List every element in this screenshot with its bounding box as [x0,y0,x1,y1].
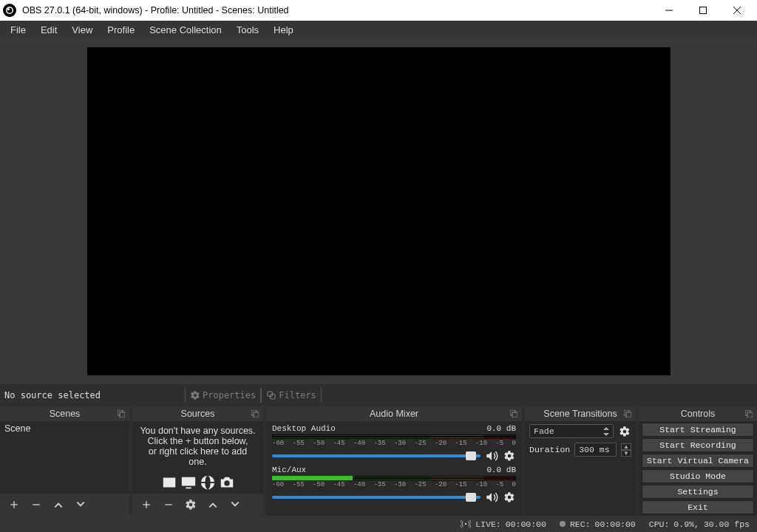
start-streaming-button[interactable]: Start Streaming [642,423,754,437]
panel-transitions-header[interactable]: Scene Transitions [525,406,636,421]
source-settings-button[interactable] [184,498,197,511]
broadcast-icon [461,519,471,529]
source-up-button[interactable] [206,498,220,511]
popout-icon[interactable] [744,409,754,419]
properties-label: Properties [203,390,256,400]
source-down-button[interactable] [228,498,242,511]
transition-select[interactable]: Fade [529,424,614,438]
close-button[interactable] [720,0,754,21]
sources-toolbar [132,494,263,516]
audio-scale: -60-55-50-45-40-35-30-25-20-15-10-50 [272,440,516,447]
menu-view[interactable]: View [64,22,100,38]
remove-source-button[interactable] [162,498,175,511]
no-source-label: No source selected [0,390,185,400]
popout-icon[interactable] [509,409,519,419]
duration-input[interactable]: 300 ms [574,443,617,457]
transitions-title: Scene Transitions [543,409,617,419]
gear-icon[interactable] [503,449,516,463]
preview-area[interactable] [0,38,757,384]
menu-scene-collection[interactable]: Scene Collection [142,22,229,38]
svg-point-13 [224,480,229,485]
source-properties-button: Properties [185,388,261,403]
device-icons [161,474,235,491]
panel-controls-header[interactable]: Controls [639,406,757,421]
volume-slider[interactable] [272,454,481,457]
panel-sources-header[interactable]: Sources [132,406,263,421]
svg-point-2 [7,8,10,10]
settings-button[interactable]: Settings [642,485,754,499]
status-rec: REC: 00:00:00 [560,519,636,529]
scene-up-button[interactable] [52,498,65,511]
globe-icon [200,474,216,491]
controls-title: Controls [681,409,716,419]
transitions-body: Fade Duration 300 ms ▲▼ [525,421,636,516]
audio-channel-desktop: Desktop Audio 0.0 dB -60-55-50-45-40-35-… [266,421,522,463]
start-recording-button[interactable]: Start Recording [642,438,754,452]
svg-rect-7 [120,412,125,417]
svg-rect-15 [512,412,517,417]
panel-scenes: Scenes Scene [0,406,129,516]
camera-icon [219,474,235,491]
menu-file[interactable]: File [3,22,33,38]
audio-body: Desktop Audio 0.0 dB -60-55-50-45-40-35-… [266,421,522,516]
scenes-title: Scenes [50,409,81,419]
maximize-button[interactable] [686,0,720,21]
volume-slider[interactable] [272,496,481,499]
scenes-list[interactable]: Scene [0,421,129,494]
popout-icon[interactable] [116,409,126,419]
display-icon [180,474,197,491]
scenes-toolbar [0,494,129,516]
panel-sources: Sources You don't have any sources. Clic… [132,406,263,516]
panel-transitions: Scene Transitions Fade Duration 300 ms ▲… [525,406,636,516]
filters-label: Filters [279,390,316,400]
sources-list[interactable]: You don't have any sources. Click the + … [132,421,263,494]
sources-empty-line2: Click the + button below, [140,436,256,446]
panel-audio-mixer: Audio Mixer Desktop Audio 0.0 dB -60-55-… [266,406,522,516]
window-title: OBS 27.0.1 (64-bit, windows) - Profile: … [22,5,652,16]
menu-help[interactable]: Help [266,22,301,38]
speaker-icon[interactable] [485,449,498,463]
popout-icon[interactable] [622,409,633,419]
svg-point-20 [465,523,466,525]
duration-spinner[interactable]: ▲▼ [621,443,631,457]
gear-icon[interactable] [503,491,516,504]
add-source-button[interactable] [140,498,153,511]
app-icon [3,4,16,17]
statusbar: LIVE: 00:00:00 REC: 00:00:00 CPU: 0.9%, … [0,516,757,532]
sources-title: Sources [181,409,215,419]
add-scene-button[interactable] [7,498,21,511]
context-bar: No source selected Properties Filters [0,384,757,406]
speaker-icon[interactable] [485,491,498,504]
popout-icon[interactable] [250,409,260,419]
audio-title: Audio Mixer [370,409,418,419]
status-live: LIVE: 00:00:00 [461,519,546,529]
channel-name: Mic/Aux [272,466,306,474]
channel-db: 0.0 dB [486,466,516,474]
scene-item[interactable]: Scene [0,421,129,436]
transition-settings-button[interactable] [618,425,631,438]
panel-audio-header[interactable]: Audio Mixer [266,406,522,421]
rec-dot-icon [560,521,566,527]
menu-profile[interactable]: Profile [100,22,142,38]
menu-edit[interactable]: Edit [33,22,64,38]
audio-meter [272,476,516,480]
remove-scene-button[interactable] [30,498,43,511]
audio-channel-mic: Mic/Aux 0.0 dB -60-55-50-45-40-35-30-25-… [266,463,522,504]
panel-scenes-header[interactable]: Scenes [0,406,129,421]
svg-rect-9 [254,412,259,417]
minimize-button[interactable] [652,0,686,21]
studio-mode-button[interactable]: Studio Mode [642,469,754,483]
channel-name: Desktop Audio [272,424,336,433]
audio-scale: -60-55-50-45-40-35-30-25-20-15-10-50 [272,481,516,488]
sources-empty-line3: or right click here to add one. [140,446,256,467]
duration-label: Duration [529,445,570,454]
preview-canvas [87,47,671,375]
bottom-panels: Scenes Scene Sources You don't have any … [0,406,757,516]
exit-button[interactable]: Exit [642,500,754,514]
audio-meter [272,434,516,439]
scene-down-button[interactable] [74,498,87,511]
start-virtual-camera-button[interactable]: Start Virtual Camera [642,454,754,468]
status-cpu: CPU: 0.9%, 30.00 fps [649,519,750,529]
menubar: File Edit View Profile Scene Collection … [0,21,757,38]
menu-tools[interactable]: Tools [229,22,266,38]
